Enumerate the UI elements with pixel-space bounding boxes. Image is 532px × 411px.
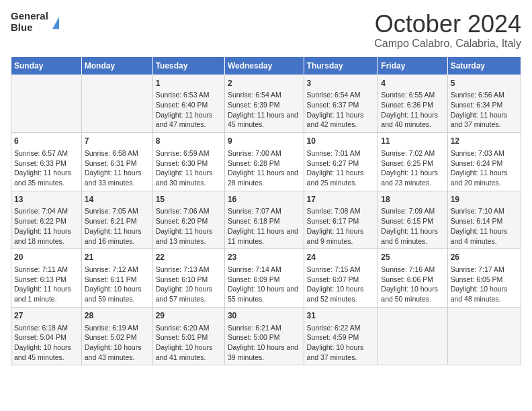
day-content: Sunrise: 7:09 AMSunset: 6:15 PMDaylight:… xyxy=(381,206,444,246)
day-cell: 19Sunrise: 7:10 AMSunset: 6:14 PMDayligh… xyxy=(447,191,521,249)
day-content: Sunrise: 6:22 AMSunset: 4:59 PMDaylight:… xyxy=(307,323,375,363)
col-friday: Friday xyxy=(378,56,447,75)
day-cell: 2Sunrise: 6:54 AMSunset: 6:39 PMDaylight… xyxy=(224,75,304,133)
day-content: Sunrise: 7:17 AMSunset: 6:05 PMDaylight:… xyxy=(451,265,518,304)
logo: General Blue xyxy=(11,11,59,33)
logo-arrow-icon xyxy=(52,17,59,29)
day-content: Sunrise: 7:07 AMSunset: 6:18 PMDaylight:… xyxy=(228,206,301,246)
calendar-title: October 2024 xyxy=(374,11,521,38)
day-number: 30 xyxy=(228,310,301,322)
day-content: Sunrise: 6:58 AMSunset: 6:31 PMDaylight:… xyxy=(85,148,150,188)
logo-line1: General xyxy=(11,11,48,22)
day-cell: 16Sunrise: 7:07 AMSunset: 6:18 PMDayligh… xyxy=(224,191,304,249)
day-cell: 22Sunrise: 7:13 AMSunset: 6:10 PMDayligh… xyxy=(152,249,224,308)
page-header: General Blue October 2024 Campo Calabro,… xyxy=(11,11,521,50)
day-content: Sunrise: 6:18 AMSunset: 5:04 PMDaylight:… xyxy=(14,323,79,363)
day-number: 4 xyxy=(381,78,444,89)
day-cell xyxy=(378,307,447,365)
day-cell: 5Sunrise: 6:56 AMSunset: 6:34 PMDaylight… xyxy=(447,75,521,133)
logo-text: General Blue xyxy=(11,11,48,33)
day-cell xyxy=(11,75,82,133)
day-content: Sunrise: 6:55 AMSunset: 6:36 PMDaylight:… xyxy=(381,90,444,130)
day-number: 2 xyxy=(228,78,301,89)
logo-line2: Blue xyxy=(11,22,48,34)
week-row-1: 1Sunrise: 6:53 AMSunset: 6:40 PMDaylight… xyxy=(11,75,521,133)
day-content: Sunrise: 6:57 AMSunset: 6:33 PMDaylight:… xyxy=(14,148,79,188)
day-number: 25 xyxy=(381,252,444,263)
day-number: 15 xyxy=(156,194,222,205)
day-content: Sunrise: 6:19 AMSunset: 5:02 PMDaylight:… xyxy=(85,323,150,363)
day-content: Sunrise: 6:21 AMSunset: 5:00 PMDaylight:… xyxy=(228,323,301,363)
day-content: Sunrise: 7:02 AMSunset: 6:25 PMDaylight:… xyxy=(381,148,444,188)
day-number: 26 xyxy=(451,252,518,263)
day-content: Sunrise: 7:13 AMSunset: 6:10 PMDaylight:… xyxy=(156,265,222,304)
col-sunday: Sunday xyxy=(11,56,82,75)
header-row: Sunday Monday Tuesday Wednesday Thursday… xyxy=(11,56,521,75)
day-number: 24 xyxy=(307,252,375,263)
day-number: 6 xyxy=(14,136,79,147)
day-number: 14 xyxy=(85,194,150,205)
day-cell: 11Sunrise: 7:02 AMSunset: 6:25 PMDayligh… xyxy=(378,133,447,191)
title-block: October 2024 Campo Calabro, Calabria, It… xyxy=(374,11,521,50)
week-row-3: 13Sunrise: 7:04 AMSunset: 6:22 PMDayligh… xyxy=(11,191,521,249)
calendar-header: Sunday Monday Tuesday Wednesday Thursday… xyxy=(11,56,521,75)
day-number: 1 xyxy=(156,78,222,89)
day-cell: 20Sunrise: 7:11 AMSunset: 6:13 PMDayligh… xyxy=(11,249,82,308)
week-row-2: 6Sunrise: 6:57 AMSunset: 6:33 PMDaylight… xyxy=(11,133,521,191)
day-number: 18 xyxy=(381,194,444,205)
day-cell: 18Sunrise: 7:09 AMSunset: 6:15 PMDayligh… xyxy=(378,191,447,249)
day-cell: 31Sunrise: 6:22 AMSunset: 4:59 PMDayligh… xyxy=(304,307,378,365)
col-saturday: Saturday xyxy=(447,56,521,75)
day-number: 28 xyxy=(85,310,150,322)
day-content: Sunrise: 7:03 AMSunset: 6:24 PMDaylight:… xyxy=(451,148,518,188)
day-number: 23 xyxy=(228,252,301,263)
day-content: Sunrise: 6:56 AMSunset: 6:34 PMDaylight:… xyxy=(451,90,518,130)
day-number: 9 xyxy=(228,136,301,147)
day-cell: 13Sunrise: 7:04 AMSunset: 6:22 PMDayligh… xyxy=(11,191,82,249)
calendar-subtitle: Campo Calabro, Calabria, Italy xyxy=(374,38,521,50)
calendar-body: 1Sunrise: 6:53 AMSunset: 6:40 PMDaylight… xyxy=(11,75,521,365)
day-cell: 3Sunrise: 6:54 AMSunset: 6:37 PMDaylight… xyxy=(304,75,378,133)
day-number: 7 xyxy=(85,136,150,147)
day-content: Sunrise: 7:12 AMSunset: 6:11 PMDaylight:… xyxy=(85,265,150,304)
day-number: 27 xyxy=(14,310,79,322)
day-cell: 8Sunrise: 6:59 AMSunset: 6:30 PMDaylight… xyxy=(152,133,224,191)
day-content: Sunrise: 7:10 AMSunset: 6:14 PMDaylight:… xyxy=(451,206,518,246)
day-cell: 10Sunrise: 7:01 AMSunset: 6:27 PMDayligh… xyxy=(304,133,378,191)
day-content: Sunrise: 7:08 AMSunset: 6:17 PMDaylight:… xyxy=(307,206,375,246)
day-content: Sunrise: 7:16 AMSunset: 6:06 PMDaylight:… xyxy=(381,265,444,304)
day-cell: 6Sunrise: 6:57 AMSunset: 6:33 PMDaylight… xyxy=(11,133,82,191)
day-number: 16 xyxy=(228,194,301,205)
day-cell: 30Sunrise: 6:21 AMSunset: 5:00 PMDayligh… xyxy=(224,307,304,365)
day-cell: 9Sunrise: 7:00 AMSunset: 6:28 PMDaylight… xyxy=(224,133,304,191)
day-cell: 28Sunrise: 6:19 AMSunset: 5:02 PMDayligh… xyxy=(81,307,152,365)
day-cell: 12Sunrise: 7:03 AMSunset: 6:24 PMDayligh… xyxy=(447,133,521,191)
day-number: 31 xyxy=(307,310,375,322)
day-number: 21 xyxy=(85,252,150,263)
day-cell: 1Sunrise: 6:53 AMSunset: 6:40 PMDaylight… xyxy=(152,75,224,133)
day-cell: 27Sunrise: 6:18 AMSunset: 5:04 PMDayligh… xyxy=(11,307,82,365)
day-content: Sunrise: 7:01 AMSunset: 6:27 PMDaylight:… xyxy=(307,148,375,188)
day-content: Sunrise: 7:04 AMSunset: 6:22 PMDaylight:… xyxy=(14,206,79,246)
day-number: 5 xyxy=(451,78,518,89)
day-number: 12 xyxy=(451,136,518,147)
day-content: Sunrise: 6:54 AMSunset: 6:39 PMDaylight:… xyxy=(228,90,301,130)
day-cell: 23Sunrise: 7:14 AMSunset: 6:09 PMDayligh… xyxy=(224,249,304,308)
day-content: Sunrise: 7:14 AMSunset: 6:09 PMDaylight:… xyxy=(228,265,301,304)
week-row-5: 27Sunrise: 6:18 AMSunset: 5:04 PMDayligh… xyxy=(11,307,521,365)
col-thursday: Thursday xyxy=(304,56,378,75)
day-cell: 15Sunrise: 7:06 AMSunset: 6:20 PMDayligh… xyxy=(152,191,224,249)
day-number: 20 xyxy=(14,252,79,263)
day-cell: 7Sunrise: 6:58 AMSunset: 6:31 PMDaylight… xyxy=(81,133,152,191)
day-cell: 21Sunrise: 7:12 AMSunset: 6:11 PMDayligh… xyxy=(81,249,152,308)
day-cell xyxy=(447,307,521,365)
day-content: Sunrise: 6:53 AMSunset: 6:40 PMDaylight:… xyxy=(156,90,222,130)
col-monday: Monday xyxy=(81,56,152,75)
day-number: 3 xyxy=(307,78,375,89)
week-row-4: 20Sunrise: 7:11 AMSunset: 6:13 PMDayligh… xyxy=(11,249,521,308)
col-tuesday: Tuesday xyxy=(152,56,224,75)
day-content: Sunrise: 7:15 AMSunset: 6:07 PMDaylight:… xyxy=(307,265,375,304)
day-content: Sunrise: 6:59 AMSunset: 6:30 PMDaylight:… xyxy=(156,148,222,188)
day-content: Sunrise: 6:54 AMSunset: 6:37 PMDaylight:… xyxy=(307,90,375,130)
day-cell: 14Sunrise: 7:05 AMSunset: 6:21 PMDayligh… xyxy=(81,191,152,249)
